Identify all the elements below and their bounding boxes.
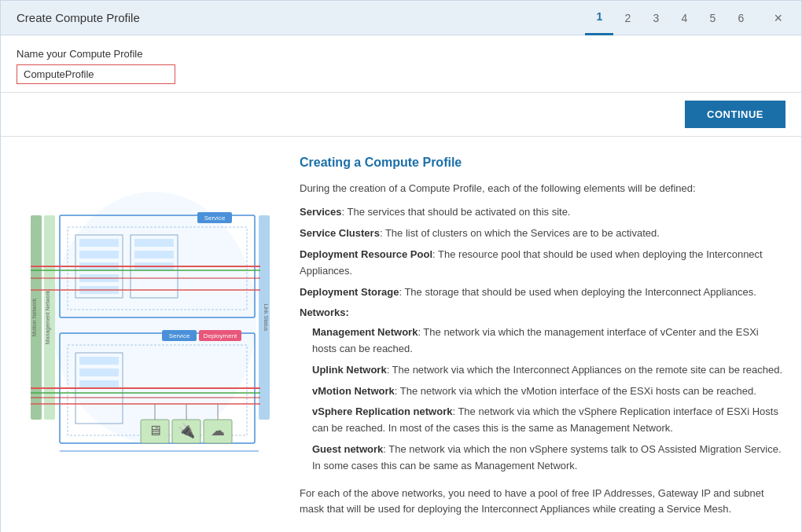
step-2[interactable]: 2 — [613, 1, 642, 35]
svg-text:🖥: 🖥 — [148, 423, 162, 438]
stepper: 123456 — [585, 1, 755, 35]
svg-rect-12 — [79, 239, 119, 247]
svg-text:Service: Service — [204, 215, 226, 222]
svg-rect-33 — [79, 369, 119, 376]
diagram-area: Motion Network Management Network Link S… — [17, 152, 284, 518]
svg-text:🔌: 🔌 — [178, 422, 196, 439]
action-bar: CONTINUE — [1, 93, 801, 137]
close-button[interactable]: × — [771, 11, 785, 25]
svg-text:Service: Service — [169, 332, 190, 339]
info-networks-label: Networks: — [300, 305, 785, 321]
modal-header: Create Compute Profile 123456 × — [1, 1, 801, 35]
svg-rect-13 — [79, 251, 119, 259]
svg-text:☁: ☁ — [211, 423, 225, 438]
svg-text:Deployment: Deployment — [204, 332, 237, 339]
name-section: Name your Compute Profile — [1, 35, 801, 93]
info-network-item: Guest network: The network via which the… — [312, 442, 785, 475]
svg-text:Motion Network: Motion Network — [31, 298, 37, 336]
svg-rect-19 — [134, 251, 174, 259]
info-network-item: vSphere Replication network: The network… — [312, 404, 785, 437]
svg-text:Management Network: Management Network — [45, 290, 51, 344]
info-item: Service Clusters: The list of clusters o… — [300, 226, 785, 242]
name-input-wrapper — [17, 64, 175, 84]
create-compute-profile-modal: Create Compute Profile 123456 × Name you… — [0, 0, 802, 532]
info-items-container: Services: The services that should be ac… — [300, 204, 785, 300]
info-intro: During the creation of a Compute Profile… — [300, 181, 785, 197]
content-area: Motion Network Management Network Link S… — [1, 137, 801, 532]
step-5[interactable]: 5 — [698, 1, 727, 35]
info-network-item: Uplink Network: The network via which th… — [312, 362, 785, 379]
info-networks-container: Management Network: The network via whic… — [300, 325, 785, 474]
name-label: Name your Compute Profile — [17, 48, 785, 60]
info-item: Deployment Storage: The storage that sho… — [300, 284, 785, 301]
info-network-item: Management Network: The network via whic… — [312, 325, 785, 358]
info-item: Deployment Resource Pool: The resource p… — [300, 247, 785, 280]
step-1[interactable]: 1 — [585, 1, 613, 35]
svg-text:Link Status: Link Status — [263, 304, 269, 332]
step-6[interactable]: 6 — [727, 1, 755, 35]
svg-rect-34 — [79, 380, 119, 388]
svg-rect-18 — [134, 239, 174, 247]
step-4[interactable]: 4 — [670, 1, 698, 35]
info-title: Creating a Compute Profile — [300, 152, 785, 173]
continue-button[interactable]: CONTINUE — [685, 101, 785, 128]
modal-title: Create Compute Profile — [17, 11, 585, 24]
compute-profile-name-input[interactable] — [17, 65, 175, 83]
step-3[interactable]: 3 — [642, 1, 670, 35]
info-item: Services: The services that should be ac… — [300, 204, 785, 221]
compute-profile-diagram: Motion Network Management Network Link S… — [24, 152, 276, 482]
info-network-item: vMotion Network: The network via which t… — [312, 383, 785, 400]
info-footer: For each of the above networks, you need… — [300, 486, 785, 519]
info-panel: Creating a Compute Profile During the cr… — [300, 152, 785, 518]
svg-rect-32 — [79, 357, 119, 365]
